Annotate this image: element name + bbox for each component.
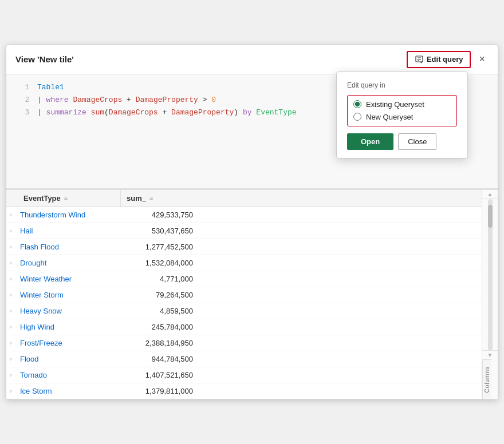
scroll-thumb[interactable]: [488, 205, 493, 228]
row-expand-icon[interactable]: ›: [6, 291, 19, 298]
window-title: View 'New tile': [15, 54, 74, 64]
table-row[interactable]: › Tornado 1,407,521,650: [6, 367, 482, 383]
cell-event-type: Frost/Freeze: [19, 335, 121, 351]
cell-event-type: Hail: [19, 223, 121, 239]
row-expand-icon[interactable]: ›: [6, 339, 19, 346]
edit-query-popup: Edit query in Existing Queryset New Quer…: [336, 72, 468, 158]
new-queryset-radio[interactable]: [353, 113, 361, 121]
row-expand-icon[interactable]: ›: [6, 275, 19, 282]
cell-sum: 2,388,184,950: [121, 335, 201, 351]
existing-queryset-label: Existing Queryset: [366, 100, 424, 109]
edit-query-button[interactable]: Edit query: [407, 51, 471, 68]
cell-sum: 4,859,500: [121, 303, 201, 319]
cell-sum: 1,407,521,650: [121, 367, 201, 383]
cell-event-type: Winter Storm: [19, 287, 121, 303]
scroll-down-btn[interactable]: ▼: [482, 350, 498, 359]
table-row[interactable]: › High Wind 245,784,000: [6, 319, 482, 335]
cell-event-type: Thunderstorm Wind: [19, 207, 121, 223]
table-row[interactable]: › Frost/Freeze 2,388,184,950: [6, 335, 482, 351]
table-section: EventType ≡ sum_ ≡ › Thunderstorm Wind 4…: [6, 189, 498, 399]
cell-event-type: Flash Flood: [19, 239, 121, 255]
cell-sum: 530,437,650: [121, 223, 201, 239]
table-row[interactable]: › Winter Weather 4,771,000: [6, 271, 482, 287]
table-row[interactable]: › Flood 944,784,500: [6, 351, 482, 367]
cell-sum: 1,379,811,000: [121, 383, 201, 399]
scroll-up-btn[interactable]: ▲: [482, 190, 498, 199]
row-expand-icon[interactable]: ›: [6, 355, 19, 362]
cell-event-type: High Wind: [19, 319, 121, 335]
close-button[interactable]: ×: [475, 52, 489, 66]
row-expand-icon[interactable]: ›: [6, 211, 19, 218]
popup-actions: Open Close: [347, 133, 457, 150]
filter-icon-eventtype[interactable]: ≡: [64, 195, 68, 201]
col-header-sum[interactable]: sum_ ≡: [121, 190, 201, 207]
row-expand-icon[interactable]: ›: [6, 371, 19, 378]
popup-label: Edit query in: [347, 81, 457, 89]
scroll-track: [488, 199, 493, 350]
cell-event-type: Drought: [19, 255, 121, 271]
table-row[interactable]: › Heavy Snow 4,859,500: [6, 303, 482, 319]
table-row[interactable]: › Ice Storm 1,379,811,000: [6, 383, 482, 399]
new-queryset-option[interactable]: New Queryset: [353, 113, 451, 121]
table-header: EventType ≡ sum_ ≡: [6, 190, 482, 207]
table-body: › Thunderstorm Wind 429,533,750 › Hail 5…: [6, 207, 482, 399]
right-sidebar: ▲ ▼ Columns: [482, 190, 498, 399]
columns-tab[interactable]: Columns: [482, 359, 491, 399]
queryset-options: Existing Queryset New Queryset: [347, 95, 457, 126]
table-row[interactable]: › Flash Flood 1,277,452,500: [6, 239, 482, 255]
table-row[interactable]: › Drought 1,532,084,000: [6, 255, 482, 271]
table-row[interactable]: › Thunderstorm Wind 429,533,750: [6, 207, 482, 223]
title-bar: View 'New tile' Edit query × Edit query …: [6, 45, 498, 74]
row-expand-icon[interactable]: ›: [6, 243, 19, 250]
table-content: EventType ≡ sum_ ≡ › Thunderstorm Wind 4…: [6, 190, 482, 399]
row-expand-icon[interactable]: ›: [6, 259, 19, 266]
cell-event-type: Ice Storm: [19, 383, 121, 399]
cell-event-type: Winter Weather: [19, 271, 121, 287]
main-window: View 'New tile' Edit query × Edit query …: [6, 45, 498, 400]
filter-icon-sum[interactable]: ≡: [149, 195, 153, 201]
cell-sum: 4,771,000: [121, 271, 201, 287]
cell-sum: 79,264,500: [121, 287, 201, 303]
table-row[interactable]: › Hail 530,437,650: [6, 223, 482, 239]
title-bar-actions: Edit query × Edit query in Existing Quer…: [407, 51, 489, 68]
table-row[interactable]: › Winter Storm 79,264,500: [6, 287, 482, 303]
cell-event-type: Flood: [19, 351, 121, 367]
row-expand-icon[interactable]: ›: [6, 227, 19, 234]
existing-queryset-option[interactable]: Existing Queryset: [353, 100, 451, 109]
col-header-eventtype[interactable]: EventType ≡: [6, 190, 121, 207]
new-queryset-label: New Queryset: [366, 113, 413, 121]
popup-close-button[interactable]: Close: [398, 133, 436, 150]
existing-queryset-radio[interactable]: [353, 100, 361, 108]
row-expand-icon[interactable]: ›: [6, 307, 19, 314]
table-wrapper: EventType ≡ sum_ ≡ › Thunderstorm Wind 4…: [6, 190, 498, 399]
scroll-area: [482, 199, 498, 350]
cell-event-type: Heavy Snow: [19, 303, 121, 319]
cell-sum: 245,784,000: [121, 319, 201, 335]
cell-sum: 944,784,500: [121, 351, 201, 367]
cell-sum: 429,533,750: [121, 207, 201, 223]
edit-icon: [415, 55, 424, 64]
cell-sum: 1,532,084,000: [121, 255, 201, 271]
open-button[interactable]: Open: [347, 133, 393, 150]
row-expand-icon[interactable]: ›: [6, 387, 19, 394]
cell-event-type: Tornado: [19, 367, 121, 383]
cell-sum: 1,277,452,500: [121, 239, 201, 255]
row-expand-icon[interactable]: ›: [6, 323, 19, 330]
